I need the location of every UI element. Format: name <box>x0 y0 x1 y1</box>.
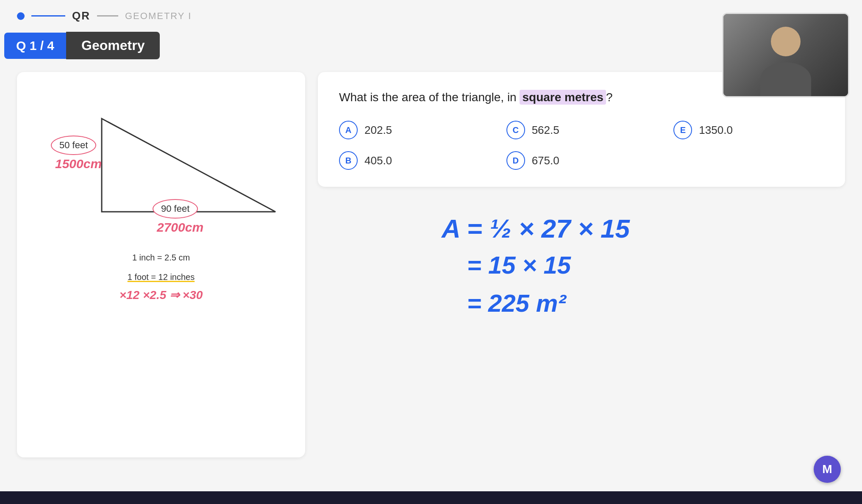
question-number-badge: Q 1 / 4 <box>4 33 66 59</box>
math-work-area: A = ½ × 27 × 15 = 15 × 15 = 225 m² <box>318 204 845 457</box>
formula: ×12 ×2.5 ⇒ ×30 <box>120 288 203 302</box>
math-svg: A = ½ × 27 × 15 = 15 × 15 = 225 m² <box>326 204 837 322</box>
side-label-container: 50 feet 1500cm <box>51 136 102 171</box>
base-cm-label: 2700cm <box>157 220 203 235</box>
conversion-info: 1 inch = 2.5 cm 1 foot = 12 inches ×12 ×… <box>120 246 203 302</box>
options-grid: A 202.5 C 562.5 E 1350.0 B 405.0 <box>339 121 824 170</box>
option-e-circle: E <box>673 121 692 139</box>
left-panel: 50 feet 1500cm 90 feet 2700cm 1 inch = 2… <box>17 72 305 457</box>
conversion2: 1 foot = 12 inches <box>120 269 203 285</box>
nav-dot <box>17 12 25 20</box>
video-thumbnail <box>722 13 849 97</box>
video-person <box>723 14 848 96</box>
main-content: 50 feet 1500cm 90 feet 2700cm 1 inch = 2… <box>0 59 862 457</box>
base-feet-label: 90 feet <box>153 199 198 219</box>
option-d-circle: D <box>506 151 525 170</box>
person-body <box>760 62 811 96</box>
subject-badge: Geometry <box>66 32 160 59</box>
geometry-nav-label: GEOMETRY I <box>125 11 192 22</box>
nav-line2 <box>97 15 118 17</box>
conversion1: 1 inch = 2.5 cm <box>120 250 203 265</box>
svg-marker-0 <box>102 119 275 212</box>
svg-text:= 15 × 15: = 15 × 15 <box>467 251 571 279</box>
right-panel: What is the area of the triangle, in squ… <box>318 72 845 457</box>
triangle-container: 50 feet 1500cm 90 feet 2700cm <box>38 102 284 237</box>
bottom-bar <box>0 491 862 504</box>
option-a[interactable]: A 202.5 <box>339 121 489 139</box>
option-a-value: 202.5 <box>364 124 392 137</box>
svg-text:= 225 m²: = 225 m² <box>467 289 567 317</box>
svg-text:A = ½ × 27 × 15: A = ½ × 27 × 15 <box>441 214 631 243</box>
person-head <box>771 27 801 56</box>
option-d-value: 675.0 <box>532 154 559 167</box>
nav-line <box>31 15 65 17</box>
side-feet-label: 50 feet <box>51 136 96 155</box>
option-e-value: 1350.0 <box>699 124 733 137</box>
m-logo[interactable]: M <box>814 456 841 483</box>
qr-label: QR <box>72 9 90 22</box>
side-cm-label: 1500cm <box>55 157 102 171</box>
option-e[interactable]: E 1350.0 <box>673 121 824 139</box>
option-c[interactable]: C 562.5 <box>506 121 657 139</box>
option-d[interactable]: D 675.0 <box>506 151 657 170</box>
option-b-value: 405.0 <box>364 154 392 167</box>
option-b-circle: B <box>339 151 358 170</box>
option-c-circle: C <box>506 121 525 139</box>
option-c-value: 562.5 <box>532 124 559 137</box>
option-a-circle: A <box>339 121 358 139</box>
option-b[interactable]: B 405.0 <box>339 151 489 170</box>
base-label-container: 90 feet 2700cm <box>153 199 203 235</box>
